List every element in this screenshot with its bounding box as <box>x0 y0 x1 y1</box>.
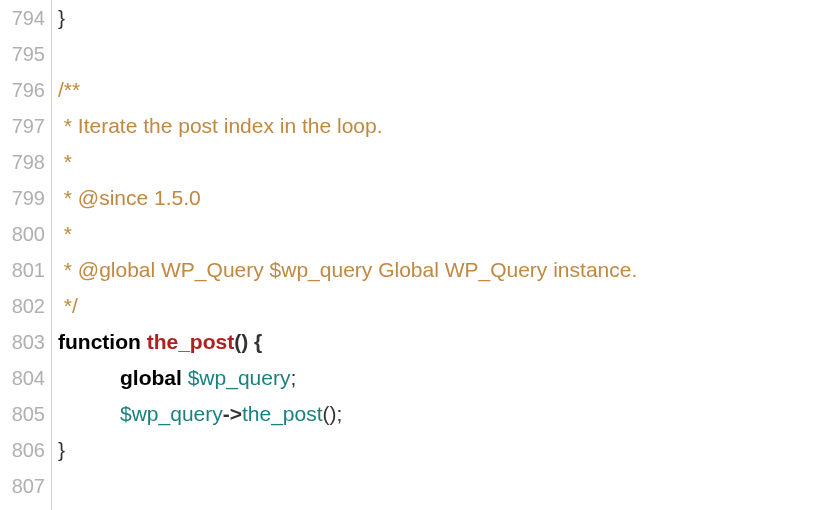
token-keyword: global <box>120 366 182 389</box>
line-number: 807 <box>0 468 52 504</box>
code-line[interactable]: 806} <box>0 432 825 468</box>
code-line[interactable]: 807 <box>0 468 825 504</box>
code-line[interactable]: 799 * @since 1.5.0 <box>0 180 825 216</box>
code-content[interactable]: function the_post() { <box>52 330 262 354</box>
line-number: 795 <box>0 36 52 72</box>
code-content[interactable]: } <box>52 438 65 462</box>
line-number: 796 <box>0 72 52 108</box>
code-content[interactable]: * <box>52 222 72 246</box>
token-variable: $wp_query <box>188 366 291 389</box>
line-number: 802 <box>0 288 52 324</box>
line-number: 808 <box>0 504 52 510</box>
code-line[interactable]: 804global $wp_query; <box>0 360 825 396</box>
code-line[interactable]: 808/* <box>0 504 825 510</box>
token-punct: (); <box>323 402 343 425</box>
token-bold-punct: -> <box>223 402 242 425</box>
line-number: 794 <box>0 0 52 36</box>
code-line[interactable]: 797 * Iterate the post index in the loop… <box>0 108 825 144</box>
token-method: the_post <box>242 402 323 425</box>
line-number: 806 <box>0 432 52 468</box>
token-variable: $wp_query <box>120 402 223 425</box>
token-punct: } <box>58 6 65 29</box>
code-content[interactable]: $wp_query->the_post(); <box>52 402 342 426</box>
line-number: 804 <box>0 360 52 396</box>
code-content[interactable]: global $wp_query; <box>52 366 296 390</box>
code-editor[interactable]: 794}795796/**797 * Iterate the post inde… <box>0 0 825 510</box>
code-line[interactable]: 796/** <box>0 72 825 108</box>
code-line[interactable]: 801 * @global WP_Query $wp_query Global … <box>0 252 825 288</box>
line-number: 805 <box>0 396 52 432</box>
token-comment: /** <box>58 78 80 101</box>
token-comment: * <box>58 222 72 245</box>
token-comment: * @global WP_Query $wp_query Global WP_Q… <box>58 258 637 281</box>
token-punct: } <box>58 438 65 461</box>
line-number: 797 <box>0 108 52 144</box>
code-content[interactable]: * @since 1.5.0 <box>52 186 201 210</box>
code-content[interactable]: */ <box>52 294 78 318</box>
code-line[interactable]: 803function the_post() { <box>0 324 825 360</box>
code-content[interactable]: * Iterate the post index in the loop. <box>52 114 383 138</box>
code-content[interactable]: * @global WP_Query $wp_query Global WP_Q… <box>52 258 637 282</box>
line-number: 798 <box>0 144 52 180</box>
token-bold-punct: () { <box>234 330 262 353</box>
code-content[interactable]: } <box>52 6 65 30</box>
token-comment: * Iterate the post index in the loop. <box>58 114 383 137</box>
code-line[interactable]: 802 */ <box>0 288 825 324</box>
line-number: 800 <box>0 216 52 252</box>
code-line[interactable]: 805$wp_query->the_post(); <box>0 396 825 432</box>
code-line[interactable]: 794} <box>0 0 825 36</box>
code-line[interactable]: 798 * <box>0 144 825 180</box>
token-punct: ; <box>290 366 296 389</box>
token-func-name: the_post <box>147 330 235 353</box>
token-comment: */ <box>58 294 78 317</box>
token-keyword: function <box>58 330 141 353</box>
code-line[interactable]: 795 <box>0 36 825 72</box>
token-comment: * @since 1.5.0 <box>58 186 201 209</box>
line-number: 799 <box>0 180 52 216</box>
line-number: 801 <box>0 252 52 288</box>
code-content[interactable]: * <box>52 150 72 174</box>
code-content[interactable]: /** <box>52 78 80 102</box>
code-line[interactable]: 800 * <box>0 216 825 252</box>
token-comment: * <box>58 150 72 173</box>
line-number: 803 <box>0 324 52 360</box>
